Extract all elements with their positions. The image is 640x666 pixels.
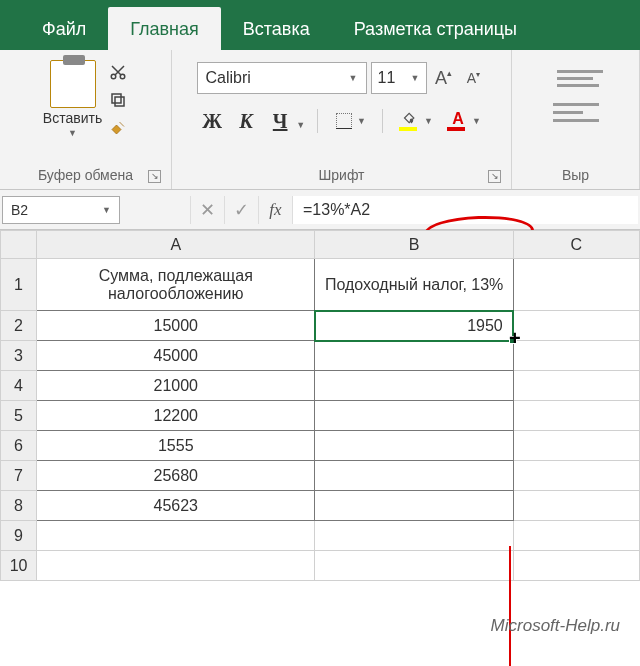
decrease-font-icon: A▾ [467,70,480,86]
fx-icon: fx [269,200,281,220]
row-header-2[interactable]: 2 [1,311,37,341]
paste-icon [50,60,96,108]
cell-B2[interactable]: 1950 + [315,311,513,341]
chevron-down-icon: ▼ [349,73,358,83]
group-clipboard-label: Буфер обмена ↘ [8,163,163,187]
font-color-button[interactable]: А▼ [443,108,485,134]
font-size-combo[interactable]: 11▼ [371,62,427,94]
borders-button[interactable]: ▼ [330,108,370,134]
cell-C3[interactable] [513,341,639,371]
row-header-5[interactable]: 5 [1,401,37,431]
cell-B9[interactable] [315,521,513,551]
separator [317,109,318,133]
column-header-C[interactable]: C [513,231,639,259]
check-icon: ✓ [234,199,249,221]
separator [382,109,383,133]
cell-C5[interactable] [513,401,639,431]
group-font-label: Шрифт ↘ [180,163,503,187]
cell-A9[interactable] [37,521,315,551]
cell-B5[interactable] [315,401,513,431]
decrease-font-button[interactable]: A▾ [461,63,487,93]
tab-home[interactable]: Главная [108,7,221,50]
select-all-corner[interactable] [1,231,37,259]
name-box[interactable]: B2▼ [2,196,120,224]
cell-A2[interactable]: 15000 [37,311,315,341]
cell-C2[interactable] [513,311,639,341]
cell-B10[interactable] [315,551,513,581]
cell-A1[interactable]: Сумма, подлежащая налогообложению [37,259,315,311]
dialog-launcher-icon[interactable]: ↘ [488,170,501,183]
tab-file[interactable]: Файл [20,7,108,50]
cell-A8[interactable]: 45623 [37,491,315,521]
row-header-7[interactable]: 7 [1,461,37,491]
row-header-1[interactable]: 1 [1,259,37,311]
align-left-button[interactable] [553,103,599,122]
worksheet: A B C 1 Сумма, подлежащая налогообложени… [0,230,640,581]
cell-B6[interactable] [315,431,513,461]
cell-B7[interactable] [315,461,513,491]
insert-function-button[interactable]: fx [258,196,292,224]
row-header-10[interactable]: 10 [1,551,37,581]
increase-font-button[interactable]: A▴ [431,63,457,93]
cell-C9[interactable] [513,521,639,551]
cell-A6[interactable]: 1555 [37,431,315,461]
row-header-4[interactable]: 4 [1,371,37,401]
cell-A5[interactable]: 12200 [37,401,315,431]
cell-B3[interactable] [315,341,513,371]
row-header-9[interactable]: 9 [1,521,37,551]
increase-font-icon: A▴ [435,68,452,89]
cell-A10[interactable] [37,551,315,581]
group-alignment: Выр [512,50,640,189]
cell-C7[interactable] [513,461,639,491]
chevron-down-icon: ▼ [102,205,111,215]
font-name-combo[interactable]: Calibri▼ [197,62,367,94]
svg-rect-3 [112,94,121,103]
group-alignment-label: Выр [520,163,631,187]
dialog-launcher-icon[interactable]: ↘ [148,170,161,183]
format-painter-button[interactable] [108,118,128,138]
group-font: Calibri▼ 11▼ A▴ A▾ Ж К Ч ▼ ▼ ▼ А▼ [172,50,512,189]
ribbon: Вставить ▼ Буфер обмена ↘ Cali [0,50,640,190]
ribbon-tabs: Файл Главная Вставка Разметка страницы [0,0,640,50]
column-header-A[interactable]: A [37,231,315,259]
fill-handle[interactable] [509,336,517,344]
copy-button[interactable] [108,90,128,110]
formula-bar: B2▼ ✕ ✓ fx =13%*A2 [0,190,640,230]
chevron-down-icon: ▼ [472,116,481,126]
bold-button[interactable]: Ж [198,110,226,133]
cell-C8[interactable] [513,491,639,521]
chevron-down-icon: ▼ [68,128,77,138]
cell-B8[interactable] [315,491,513,521]
align-top-button[interactable] [557,70,603,87]
scissors-icon [109,63,127,81]
cell-A4[interactable]: 21000 [37,371,315,401]
chevron-down-icon[interactable]: ▼ [296,120,305,134]
fill-color-button[interactable]: ▼ [395,108,437,134]
paste-button[interactable]: Вставить ▼ [43,60,102,138]
cut-button[interactable] [108,62,128,82]
tab-page-layout[interactable]: Разметка страницы [332,7,539,50]
cell-A7[interactable]: 25680 [37,461,315,491]
row-header-8[interactable]: 8 [1,491,37,521]
cell-C4[interactable] [513,371,639,401]
chevron-down-icon: ▼ [424,116,433,126]
svg-rect-2 [115,97,124,106]
paste-label: Вставить [43,110,102,126]
formula-input[interactable]: =13%*A2 [292,196,638,224]
underline-button[interactable]: Ч [266,110,294,133]
cell-A3[interactable]: 45000 [37,341,315,371]
cell-C1[interactable] [513,259,639,311]
row-header-6[interactable]: 6 [1,431,37,461]
grid[interactable]: A B C 1 Сумма, подлежащая налогообложени… [0,230,640,581]
cell-C10[interactable] [513,551,639,581]
enter-formula-button[interactable]: ✓ [224,196,258,224]
cancel-formula-button[interactable]: ✕ [190,196,224,224]
cell-B1[interactable]: Подоходный налог, 13% [315,259,513,311]
column-header-B[interactable]: B [315,231,513,259]
cell-B4[interactable] [315,371,513,401]
row-header-3[interactable]: 3 [1,341,37,371]
cell-C6[interactable] [513,431,639,461]
italic-button[interactable]: К [232,110,260,133]
tab-insert[interactable]: Вставка [221,7,332,50]
borders-icon [334,111,354,131]
